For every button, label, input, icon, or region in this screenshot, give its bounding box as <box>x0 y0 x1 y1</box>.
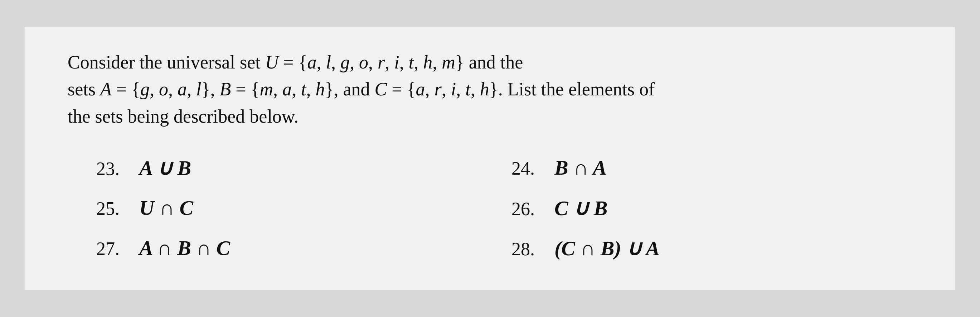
problem-26-number: 26. <box>511 198 554 219</box>
problem-23: 23. A ∪ B <box>96 148 511 188</box>
problem-27: 27. A ∩ B ∩ C <box>96 228 511 268</box>
problem-28-expr: (C ∩ B) ∪ A <box>554 236 660 260</box>
problem-23-number: 23. <box>96 158 139 179</box>
problem-24-expr: B ∩ A <box>554 155 607 180</box>
problem-24-number: 24. <box>511 158 554 179</box>
problem-26: 26. C ∪ B <box>511 188 927 228</box>
problem-26-expr: C ∪ B <box>554 196 608 220</box>
problem-27-number: 27. <box>96 238 139 259</box>
content-area: Consider the universal set U = {a, l, g,… <box>25 27 955 290</box>
problem-27-expr: A ∩ B ∩ C <box>139 236 230 260</box>
problem-23-expr: A ∪ B <box>139 155 191 180</box>
intro-line1: Consider the universal set U = {a, l, g,… <box>68 52 523 72</box>
intro-paragraph: Consider the universal set U = {a, l, g,… <box>68 49 927 130</box>
problem-28: 28. (C ∩ B) ∪ A <box>511 228 927 268</box>
intro-line3: the sets being described below. <box>68 106 299 126</box>
problem-25-number: 25. <box>96 198 139 219</box>
problems-grid: 23. A ∪ B 24. B ∩ A 25. U ∩ C 26. C ∪ B … <box>96 148 927 268</box>
problem-25: 25. U ∩ C <box>96 188 511 228</box>
intro-line2: sets A = {g, o, a, l}, B = {m, a, t, h},… <box>68 79 655 99</box>
problem-28-number: 28. <box>511 239 554 259</box>
problem-25-expr: U ∩ C <box>139 196 193 220</box>
problem-24: 24. B ∩ A <box>511 148 927 188</box>
